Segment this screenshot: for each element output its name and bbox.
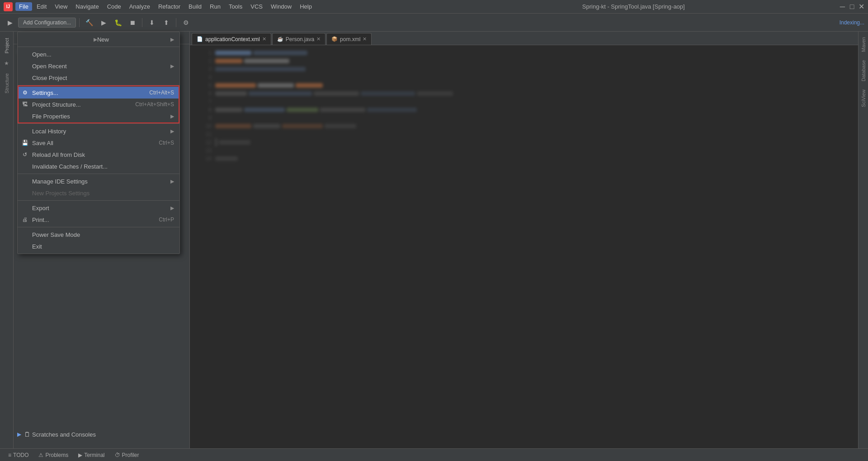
menu-item-close-project[interactable]: Close Project bbox=[18, 72, 179, 84]
menu-vcs[interactable]: VCS bbox=[247, 2, 266, 11]
manage-ide-arrow: ▶ bbox=[170, 179, 174, 184]
vcs-update-icon[interactable]: ⬇ bbox=[146, 16, 158, 29]
menu-item-print[interactable]: 🖨 Print... Ctrl+P bbox=[18, 214, 179, 226]
run-icon[interactable]: ▶ bbox=[97, 16, 110, 29]
xml-file-icon: 📄 bbox=[197, 36, 203, 42]
tab-problems[interactable]: ⚠ Problems bbox=[34, 451, 73, 460]
menu-section-settings: ⚙ Settings... Ctrl+Alt+S 🏗 Project Struc… bbox=[18, 85, 179, 124]
menu-item-manage-ide[interactable]: Manage IDE Settings ▶ bbox=[18, 175, 179, 187]
menu-section-history: Local History ▶ 💾 Save All Ctrl+S ↺ Relo… bbox=[18, 124, 179, 174]
menu-item-export[interactable]: Export ▶ bbox=[18, 202, 179, 214]
tab-pom-xml[interactable]: 📦 pom.xml ✕ bbox=[326, 33, 372, 45]
maximize-button[interactable]: □ bbox=[849, 4, 855, 9]
menu-item-local-history-label: Local History bbox=[32, 128, 66, 135]
menu-build[interactable]: Build bbox=[185, 2, 205, 11]
menu-edit[interactable]: Edit bbox=[33, 2, 50, 11]
menu-item-new-projects-settings: New Projects Settings bbox=[18, 187, 179, 199]
bookmark-icon[interactable]: ★ bbox=[1, 58, 12, 69]
menu-bar: File Edit View Navigate Code Analyze Ref… bbox=[15, 2, 428, 11]
scratches-icon: 🗒 bbox=[24, 431, 30, 438]
new-submenu-arrow: ▶ bbox=[170, 37, 174, 42]
right-sidebar: Maven Database SciView bbox=[858, 32, 868, 448]
left-sidebar: Project ★ Structure bbox=[0, 32, 14, 448]
menu-item-reload-all-label: Reload All from Disk bbox=[32, 151, 85, 158]
bottom-tabs-bar: ≡ TODO ⚠ Problems ▶ Terminal ⏱ Profiler bbox=[0, 448, 868, 461]
menu-item-new[interactable]: ▶ New ▶ bbox=[18, 33, 179, 45]
editor-content: 1 2 3 4 5 6 7 8 9 10 11 12 13 14 bbox=[190, 45, 858, 448]
titlebar: IJ File Edit View Navigate Code Analyze … bbox=[0, 0, 868, 14]
code-area: 1 2 3 4 5 6 7 8 9 10 11 12 13 14 bbox=[190, 45, 858, 166]
menu-window[interactable]: Window bbox=[267, 2, 295, 11]
settings-shortcut: Ctrl+Alt+S bbox=[149, 89, 174, 96]
toolbar-sep-3 bbox=[176, 18, 176, 27]
menu-analyze[interactable]: Analyze bbox=[126, 2, 154, 11]
file-properties-arrow: ▶ bbox=[170, 113, 174, 119]
tab-close-pom[interactable]: ✕ bbox=[363, 36, 367, 42]
project-icon[interactable]: Project bbox=[3, 35, 10, 56]
database-panel-label[interactable]: Database bbox=[861, 56, 866, 85]
tab-close-person[interactable]: ✕ bbox=[316, 36, 321, 42]
menu-item-file-properties[interactable]: File Properties ▶ bbox=[18, 110, 179, 122]
menu-item-new-label: New bbox=[97, 36, 109, 43]
dropdown-menu-container: ▶ New ▶ Open... Open Recent ▶ Close Proj… bbox=[17, 32, 180, 254]
minimize-button[interactable]: ─ bbox=[840, 4, 845, 9]
file-menu-dropdown: ▶ New ▶ Open... Open Recent ▶ Close Proj… bbox=[17, 32, 180, 254]
menu-item-save-all[interactable]: 💾 Save All Ctrl+S bbox=[18, 137, 179, 149]
menu-item-invalidate-label: Invalidate Caches / Restart... bbox=[32, 163, 108, 170]
menu-item-open-recent[interactable]: Open Recent ▶ bbox=[18, 60, 179, 72]
tab-terminal[interactable]: ▶ Terminal bbox=[74, 451, 109, 460]
menu-file[interactable]: File bbox=[15, 2, 32, 11]
new-arrow-icon: ▶ bbox=[94, 37, 97, 42]
scratches-consoles-item[interactable]: ▶ 🗒 Scratches and Consoles bbox=[14, 429, 189, 439]
menu-item-reload-all[interactable]: ↺ Reload All from Disk bbox=[18, 149, 179, 160]
menu-item-export-label: Export bbox=[32, 205, 49, 212]
settings-icon[interactable]: ⚙ bbox=[179, 16, 192, 29]
menu-section-open: Open... Open Recent ▶ Close Project bbox=[18, 47, 179, 85]
build-icon[interactable]: 🔨 bbox=[83, 16, 95, 29]
menu-code[interactable]: Code bbox=[104, 2, 125, 11]
tab-close-app-context[interactable]: ✕ bbox=[262, 36, 266, 42]
run-config-icon[interactable]: ▶ bbox=[4, 16, 16, 29]
problems-label: Problems bbox=[45, 452, 68, 458]
todo-icon: ≡ bbox=[8, 452, 11, 458]
editor-tabs: 📄 applicationContext.xml ✕ ☕ Person.java… bbox=[190, 32, 858, 45]
structure-icon[interactable]: Structure bbox=[3, 71, 10, 96]
tab-label-person: Person.java bbox=[286, 36, 314, 42]
local-history-arrow: ▶ bbox=[170, 128, 174, 134]
stop-icon[interactable]: ⏹ bbox=[126, 16, 139, 29]
menu-tools[interactable]: Tools bbox=[225, 2, 246, 11]
menu-navigate[interactable]: Navigate bbox=[72, 2, 102, 11]
close-button[interactable]: ✕ bbox=[859, 4, 864, 9]
menu-help[interactable]: Help bbox=[296, 2, 316, 11]
menu-item-file-properties-label: File Properties bbox=[32, 113, 70, 120]
java-file-icon: ☕ bbox=[277, 36, 283, 42]
debug-icon[interactable]: 🐛 bbox=[112, 16, 124, 29]
editor-area: 📄 applicationContext.xml ✕ ☕ Person.java… bbox=[190, 32, 858, 448]
menu-item-settings-label: Settings... bbox=[32, 89, 58, 96]
menu-item-settings[interactable]: ⚙ Settings... Ctrl+Alt+S bbox=[18, 87, 179, 99]
toolbar-sep-1 bbox=[79, 18, 80, 27]
menu-item-project-structure[interactable]: 🏗 Project Structure... Ctrl+Alt+Shift+S bbox=[18, 99, 179, 110]
menu-refactor[interactable]: Refactor bbox=[155, 2, 184, 11]
maven-panel-label[interactable]: Maven bbox=[861, 33, 866, 56]
tab-todo[interactable]: ≡ TODO bbox=[4, 451, 33, 460]
tab-person-java[interactable]: ☕ Person.java ✕ bbox=[272, 33, 326, 45]
tab-profiler[interactable]: ⏱ Profiler bbox=[110, 451, 144, 460]
menu-item-close-project-label: Close Project bbox=[32, 75, 67, 81]
menu-item-invalidate-caches[interactable]: Invalidate Caches / Restart... bbox=[18, 160, 179, 172]
menu-item-exit-label: Exit bbox=[32, 243, 42, 250]
tab-application-context[interactable]: 📄 applicationContext.xml ✕ bbox=[192, 33, 271, 45]
menu-item-power-save[interactable]: Power Save Mode bbox=[18, 229, 179, 240]
window-controls: ─ □ ✕ bbox=[840, 4, 864, 9]
problems-icon: ⚠ bbox=[38, 452, 43, 458]
menu-item-local-history[interactable]: Local History ▶ bbox=[18, 125, 179, 137]
profiler-label: Profiler bbox=[122, 452, 139, 458]
menu-run[interactable]: Run bbox=[206, 2, 224, 11]
menu-item-exit[interactable]: Exit bbox=[18, 240, 179, 252]
menu-item-open[interactable]: Open... bbox=[18, 48, 179, 60]
vcs-commit-icon[interactable]: ⬆ bbox=[160, 16, 173, 29]
menu-view[interactable]: View bbox=[51, 2, 71, 11]
sciview-panel-label[interactable]: SciView bbox=[861, 86, 866, 111]
add-configuration-button[interactable]: Add Configuration... bbox=[18, 18, 76, 28]
scratches-label: Scratches and Consoles bbox=[32, 431, 96, 438]
